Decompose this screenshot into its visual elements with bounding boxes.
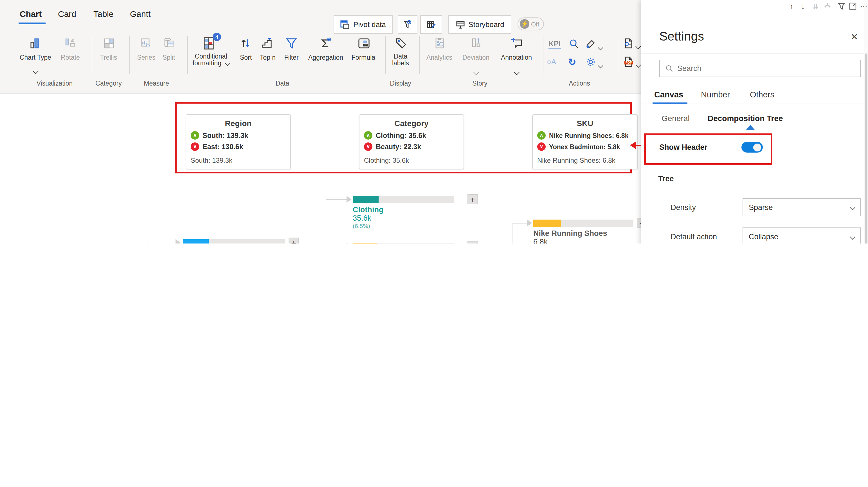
tree-node-clothing[interactable]: Clothing 35.6k (6.5%)	[353, 196, 454, 229]
filter-edit-button[interactable]	[398, 15, 417, 34]
card-top-value: South: 139.3k	[203, 132, 248, 139]
top-n-button[interactable]: Top n	[256, 54, 280, 61]
tab-chart[interactable]: Chart	[20, 9, 42, 19]
expand-button-electronics[interactable]: +	[467, 241, 477, 244]
data-labels-line2: labels	[392, 60, 409, 66]
rotate-icon	[63, 36, 78, 51]
tab-canvas[interactable]: Canvas	[654, 90, 683, 99]
oa-button: ○A	[547, 57, 556, 66]
subtab-general[interactable]: General	[661, 114, 690, 123]
format-painter-button[interactable]	[585, 38, 596, 52]
aggregation-icon	[318, 36, 333, 51]
pivot-data-icon	[340, 20, 350, 29]
tree-node-nike-running-shoes[interactable]: Nike Running Shoes 6.8k (1.2%)	[533, 220, 633, 244]
aggregation-button[interactable]: Aggregation	[304, 54, 348, 61]
expand-button-south[interactable]: +	[288, 237, 299, 244]
arrow-down-icon[interactable]: ↓	[801, 2, 805, 11]
filter-header-icon[interactable]	[838, 2, 845, 12]
card-footer: Nike Running Shoes: 6.8k	[537, 156, 638, 164]
arrow-up-icon[interactable]: ↑	[790, 2, 794, 11]
expand-button-clothing[interactable]: +	[467, 194, 477, 204]
chart-type-chevron[interactable]	[34, 65, 38, 76]
sort-button[interactable]: Sort	[236, 54, 255, 61]
pdf-export-button[interactable]: PDF	[622, 56, 634, 70]
down-arrow-icon: ∨	[191, 142, 199, 151]
reset-view-button[interactable]: ↻	[568, 56, 576, 68]
annotation-button[interactable]: Annotation	[496, 54, 537, 61]
kpi-button[interactable]: KPI	[549, 39, 561, 49]
tab-gantt[interactable]: Gantt	[130, 9, 151, 19]
settings-gear-chevron[interactable]	[598, 60, 602, 70]
density-dropdown[interactable]: Sparse	[743, 198, 861, 216]
annotation-chevron[interactable]	[515, 66, 519, 77]
conditional-formatting-button[interactable]: Conditional formatting	[186, 53, 236, 66]
node-value: 6.8k	[533, 237, 633, 244]
tab-table[interactable]: Table	[93, 9, 114, 19]
deviation-chevron	[474, 66, 478, 77]
lightning-icon: ⚡	[520, 19, 529, 29]
more-options-icon[interactable]: ⋯	[860, 2, 868, 11]
connector-arrow-icon	[527, 220, 532, 226]
connector-arrow-icon	[176, 239, 181, 244]
svg-text:PDF: PDF	[625, 61, 632, 64]
top-n-icon	[260, 36, 275, 51]
tree-node-south[interactable]: South 139.3k (25.6%)	[183, 239, 285, 244]
default-action-dropdown[interactable]: Collapse	[743, 227, 861, 244]
header-card-sku: SKU ∧ Nike Running Shoes: 6.8k ∨ Yonex B…	[532, 114, 638, 169]
search-icon	[665, 65, 673, 72]
show-header-toggle[interactable]	[741, 142, 763, 152]
node-bar-fill	[353, 242, 377, 244]
card-footer: South: 139.3k	[191, 156, 290, 164]
settings-gear-button[interactable]	[585, 56, 596, 70]
formula-button[interactable]: Formula	[346, 54, 380, 61]
tab-number[interactable]: Number	[701, 90, 730, 99]
active-tab-underline	[19, 23, 45, 24]
export-settings-chevron[interactable]	[636, 40, 640, 51]
settings-search-input[interactable]: Search	[659, 60, 861, 77]
search-placeholder: Search	[677, 64, 702, 73]
group-label-data: Data	[266, 80, 299, 87]
card-bottom-value: East: 130.6k	[203, 143, 243, 151]
export-settings-button[interactable]	[622, 37, 634, 52]
conditional-formatting-icon: 4	[203, 36, 217, 51]
card-top-value: Clothing: 35.6k	[376, 132, 426, 139]
ribbon-divider	[129, 36, 130, 74]
table-edit-button[interactable]	[420, 15, 442, 34]
tab-others[interactable]: Others	[750, 90, 774, 99]
ribbon-divider	[543, 36, 544, 74]
tab-card[interactable]: Card	[58, 9, 76, 19]
storyboard-button[interactable]: Storyboard	[448, 15, 512, 34]
chevron-down-icon	[850, 234, 855, 239]
chart-type-button[interactable]: Chart Type	[16, 54, 55, 61]
close-icon[interactable]: ✕	[850, 31, 858, 42]
double-arrow-down-icon: ⇊	[812, 2, 818, 11]
pivot-data-label: Pivot data	[353, 20, 386, 29]
subtab-decomposition-tree[interactable]: Decomposition Tree	[708, 114, 783, 123]
card-top-value: Nike Running Shoes: 6.8k	[549, 132, 628, 139]
node-bar-fill	[183, 239, 209, 244]
data-labels-button[interactable]: Data labels	[389, 53, 412, 66]
split-button: Split	[158, 54, 180, 61]
up-arrow-icon: ∧	[191, 131, 199, 140]
tree-node-electronics[interactable]: Electronics 33.0k (6.1%)	[353, 242, 454, 244]
conditional-formatting-line1: Conditional	[195, 53, 227, 60]
pdf-export-chevron[interactable]	[636, 59, 640, 69]
chevron-down-icon	[850, 204, 855, 210]
card-title: Region	[186, 119, 290, 128]
series-button: Series	[134, 54, 159, 61]
ribbon-divider	[92, 36, 92, 74]
power-toggle-label: Off	[531, 21, 539, 27]
zoom-search-button[interactable]	[568, 38, 580, 52]
filter-button[interactable]: Filter	[280, 54, 303, 61]
pivot-data-button[interactable]: Pivot data	[334, 15, 393, 34]
format-painter-chevron[interactable]	[598, 42, 602, 52]
ribbon-divider	[385, 36, 386, 74]
subtab-pointer-icon	[746, 125, 755, 130]
panel-scrollbar-thumb[interactable]	[865, 54, 867, 244]
conditional-formatting-badge: 4	[213, 33, 221, 41]
focus-mode-icon[interactable]	[849, 2, 857, 12]
group-label-category: Category	[92, 80, 125, 87]
tree-section-label: Tree	[658, 175, 674, 183]
table-edit-icon	[426, 20, 436, 30]
power-toggle[interactable]: ⚡ Off	[518, 18, 544, 30]
